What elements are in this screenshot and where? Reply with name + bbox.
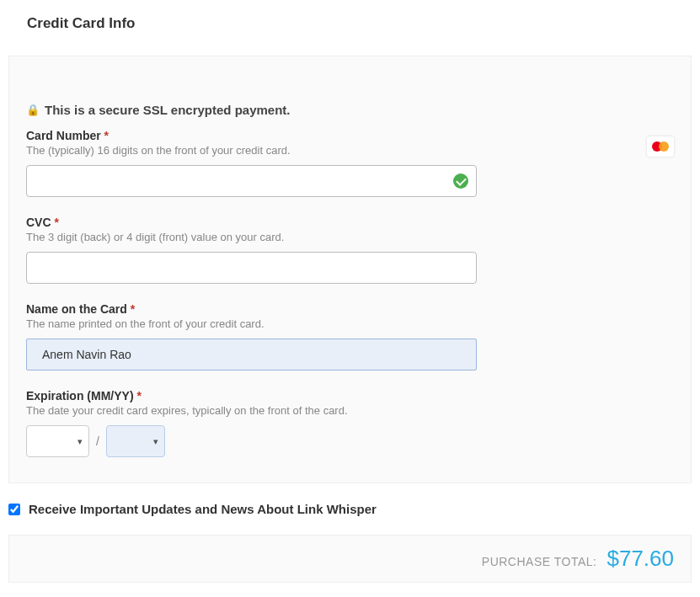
section-title: Credit Card Info — [27, 15, 692, 32]
updates-label: Receive Important Updates and News About… — [29, 502, 377, 516]
expiration-separator: / — [96, 434, 99, 448]
expiration-year-select[interactable] — [106, 425, 165, 457]
lock-icon: 🔒 — [26, 104, 40, 116]
name-label: Name on the Card * — [26, 302, 674, 316]
card-number-label: Card Number * — [26, 129, 674, 142]
cvc-label: CVC * — [26, 216, 674, 229]
credit-card-panel: 🔒 This is a secure SSL encrypted payment… — [8, 56, 692, 483]
expiration-help: The date your credit card expires, typic… — [26, 404, 674, 417]
expiration-label: Expiration (MM/YY) * — [26, 389, 674, 402]
mastercard-icon — [647, 136, 674, 157]
secure-payment-notice: 🔒 This is a secure SSL encrypted payment… — [26, 103, 674, 117]
card-number-help: The (typically) 16 digits on the front o… — [26, 144, 674, 157]
purchase-total-label: PURCHASE TOTAL: — [482, 555, 597, 568]
name-input[interactable] — [26, 338, 477, 370]
purchase-total-bar: PURCHASE TOTAL: $77.60 — [8, 535, 692, 583]
purchase-total-amount: $77.60 — [606, 546, 674, 572]
cvc-input[interactable] — [26, 252, 477, 284]
card-number-input[interactable] — [26, 165, 477, 197]
valid-check-icon — [453, 173, 468, 189]
secure-text: This is a secure SSL encrypted payment. — [45, 103, 291, 117]
updates-checkbox[interactable] — [8, 504, 20, 515]
expiration-month-select[interactable] — [26, 425, 89, 457]
name-help: The name printed on the front of your cr… — [26, 317, 674, 330]
cvc-help: The 3 digit (back) or 4 digit (front) va… — [26, 231, 674, 243]
